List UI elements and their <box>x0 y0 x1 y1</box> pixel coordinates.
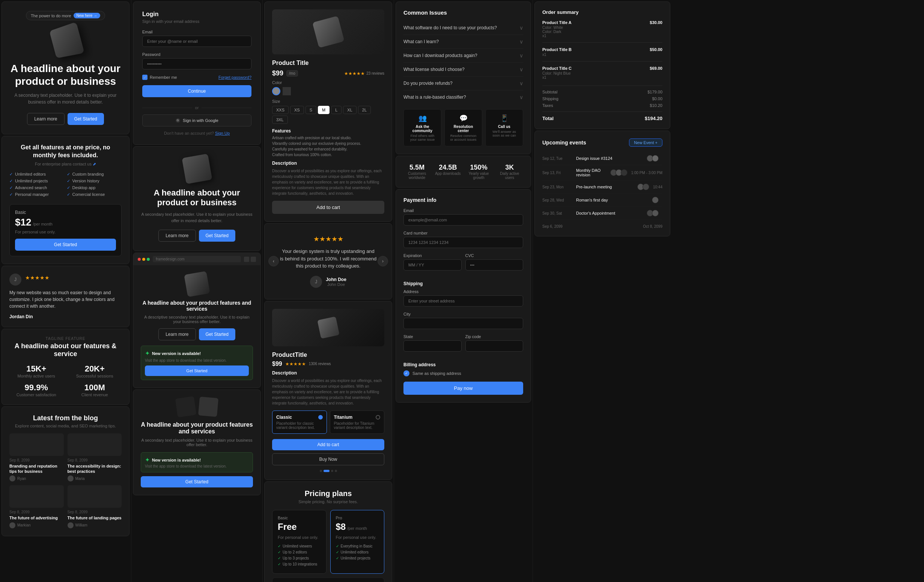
forgot-password-link[interactable]: Forget password? <box>218 75 251 79</box>
blog-section: Latest from the blog Explore content, so… <box>2 406 129 536</box>
add-to-cart-button[interactable]: Add to cart <box>272 201 384 214</box>
product2-price: $99 <box>272 361 282 368</box>
product2-stars: ★★★★★ <box>285 361 306 367</box>
learn-more-button[interactable]: Learn more <box>27 113 64 125</box>
size-2l[interactable]: 2L <box>358 106 371 114</box>
color-swatch-selected[interactable] <box>272 87 280 95</box>
issue-item[interactable]: How can I download products again? ∨ <box>403 49 523 63</box>
email-input[interactable] <box>142 36 251 47</box>
size-xs[interactable]: XS <box>290 106 304 114</box>
event-avatar <box>652 210 659 216</box>
order-summary-card: Order summary Product Title A Color: Whi… <box>535 2 670 129</box>
enterprise-link[interactable]: ⬈ <box>93 162 96 166</box>
variant-titanium[interactable]: Titanium Placeholder for Titanium varian… <box>330 411 385 434</box>
size-xxs[interactable]: XXS <box>272 106 289 114</box>
avatar: J <box>9 274 21 285</box>
order-item-price: $30.00 <box>650 20 662 25</box>
zip-label: Zip code <box>465 334 523 339</box>
get-started-button2[interactable]: Get Started <box>199 230 235 242</box>
blog-author: Maria <box>76 476 85 481</box>
testimonial-author: Jordan Din <box>9 314 122 319</box>
blog-avatar <box>68 522 74 528</box>
stat-label: Customers worldwide <box>403 171 431 180</box>
order-item-price: $69.00 <box>650 66 662 71</box>
issue-item[interactable]: What software do I need to use your prod… <box>403 21 523 35</box>
feature-learn-button[interactable]: Learn more <box>158 328 196 340</box>
cvc-label: CVC <box>465 253 523 258</box>
learn-more-button2[interactable]: Learn more <box>158 230 196 242</box>
issue-item[interactable]: What can I learn? ∨ <box>403 35 523 49</box>
zip-input[interactable] <box>465 340 523 351</box>
google-signin-button[interactable]: G Sign in with Google <box>142 114 251 127</box>
get-started-button3[interactable]: Get Started <box>141 476 253 488</box>
size-xl[interactable]: XL <box>343 106 356 114</box>
password-input[interactable] <box>142 58 251 69</box>
variant-classic[interactable]: Classic Placeholder for classic variant … <box>272 411 327 434</box>
plan-get-started-button[interactable]: Get Started <box>15 239 116 251</box>
size-l[interactable]: L <box>331 106 342 114</box>
cvc-input[interactable] <box>465 259 523 270</box>
size-3xl[interactable]: 3XL <box>272 115 288 124</box>
tagline: TAGLINE FEATURE <box>9 336 122 341</box>
product-card: Product Title $99 /mo ★★★★★ 23 reviews C… <box>264 2 392 222</box>
address-input[interactable] <box>403 295 523 307</box>
card-number-input[interactable] <box>403 237 523 248</box>
community-icon: 👥 <box>408 114 436 122</box>
event-time: 1:00 PM - 3:00 PM <box>631 171 662 175</box>
svg-text:G: G <box>177 119 179 122</box>
issue-item[interactable]: What is a rule-based classifier? ∨ <box>403 91 523 104</box>
browser-dots <box>138 258 150 261</box>
order-item-detail: Color: Dark <box>542 30 572 34</box>
close-dot <box>138 258 141 261</box>
carousel-next-button[interactable]: › <box>378 256 388 266</box>
resolution-icon: 💬 <box>449 114 477 122</box>
blog-thumbnail <box>68 434 122 456</box>
cube-left <box>175 396 196 417</box>
city-input[interactable] <box>403 318 523 329</box>
event-avatar <box>642 183 649 190</box>
product2-add-to-cart[interactable]: Add to cart <box>272 439 384 450</box>
continue-button[interactable]: Continue <box>142 85 251 97</box>
pricing-title: Pricing plans <box>272 489 384 498</box>
new-event-button[interactable]: New Event + <box>629 138 662 147</box>
signup-link[interactable]: Sign Up <box>215 131 230 135</box>
subtotal-label: Subtotal <box>542 90 557 94</box>
stat-label: Client revenue <box>68 392 122 397</box>
browser-url-bar[interactable]: framedesign.com <box>153 256 241 262</box>
variant-radio <box>376 415 380 419</box>
event-item: Sep 13, Fri Monthly DAO revision 1:00 PM… <box>542 165 662 180</box>
state-input[interactable] <box>403 340 462 351</box>
feature-subtitle: A descriptive secondary text placeholder… <box>141 315 253 324</box>
product2-buy-now[interactable]: Buy Now <box>272 453 384 465</box>
order-item-name: Product Title B <box>542 47 572 52</box>
browser-action[interactable] <box>251 257 256 262</box>
remember-checkbox[interactable]: ✓ <box>142 75 147 80</box>
update-get-started-button[interactable]: Get Started <box>145 366 249 376</box>
get-started-button[interactable]: Get Started <box>68 113 104 125</box>
event-item: Sep 23, Mon Pre-launch meeting 10:44 <box>542 180 662 194</box>
event-avatar <box>621 169 627 176</box>
feature-start-button[interactable]: Get Started <box>199 328 235 340</box>
hero-title: A headline about your product or busines… <box>9 62 122 87</box>
product-title: Product Title <box>272 60 384 66</box>
update-banner: ✦ New version is available! Visit the ap… <box>141 346 253 380</box>
call-icon: 📱 <box>490 114 518 122</box>
blog-author: Markian <box>17 523 31 527</box>
color-swatch[interactable] <box>282 87 291 95</box>
blog-thumbnail <box>68 485 122 508</box>
pay-now-button[interactable]: Pay now <box>403 382 523 395</box>
expiration-input[interactable] <box>403 259 462 270</box>
total-value: $194.20 <box>645 115 662 121</box>
plan-price: $12 <box>15 216 31 228</box>
stat-item: 100M Client revenue <box>68 383 122 397</box>
address-label: Address <box>403 289 523 294</box>
issue-item[interactable]: What license should I choose? ∨ <box>403 63 523 77</box>
size-m[interactable]: M <box>318 106 330 114</box>
size-s[interactable]: S <box>305 106 317 114</box>
payment-email-input[interactable] <box>403 214 523 226</box>
carousel-prev-button[interactable]: ‹ <box>268 256 279 266</box>
same-as-shipping-checkbox[interactable]: ✓ <box>403 370 409 376</box>
issue-item[interactable]: Do you provide refunds? ∨ <box>403 77 523 91</box>
plan-name: Basic <box>15 210 116 215</box>
browser-action[interactable] <box>244 257 249 262</box>
